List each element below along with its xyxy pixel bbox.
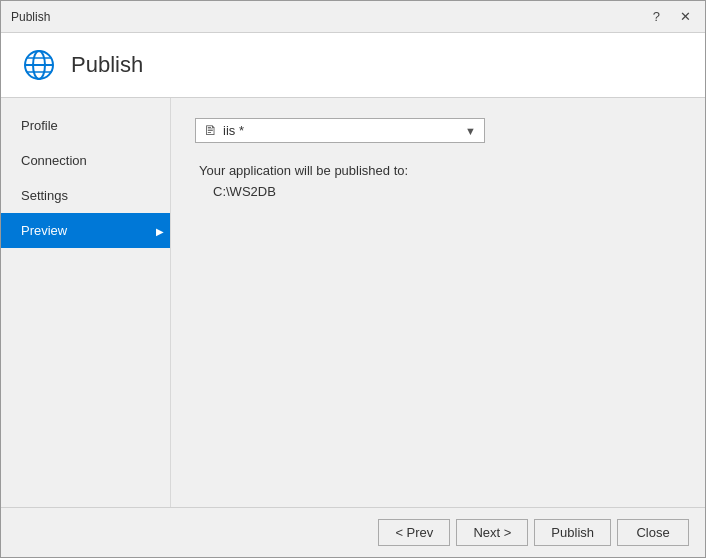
help-button[interactable]: ?: [649, 10, 664, 23]
header-title: Publish: [71, 52, 143, 78]
publish-info: Your application will be published to: C…: [199, 163, 681, 199]
dropdown-arrow-icon: ▼: [465, 125, 476, 137]
sidebar-item-connection-label: Connection: [21, 153, 87, 168]
sidebar-item-preview[interactable]: Preview: [1, 213, 170, 248]
profile-row: 🖹 iis * ▼: [195, 118, 681, 143]
publish-dialog: Publish ? ✕ Publish Profile Conne: [0, 0, 706, 558]
next-button[interactable]: Next >: [456, 519, 528, 546]
header-icon: [21, 47, 57, 83]
publish-path: C:\WS2DB: [213, 184, 681, 199]
title-bar-buttons: ? ✕: [649, 10, 695, 23]
publish-to-label: Your application will be published to:: [199, 163, 681, 178]
footer: < Prev Next > Publish Close: [1, 507, 705, 557]
content-area: Profile Connection Settings Preview 🖹 ii…: [1, 98, 705, 507]
dialog-title: Publish: [11, 10, 50, 24]
sidebar-item-connection[interactable]: Connection: [1, 143, 170, 178]
sidebar-item-settings[interactable]: Settings: [1, 178, 170, 213]
sidebar-item-settings-label: Settings: [21, 188, 68, 203]
sidebar: Profile Connection Settings Preview: [1, 98, 171, 507]
sidebar-item-preview-label: Preview: [21, 223, 67, 238]
prev-button[interactable]: < Prev: [378, 519, 450, 546]
close-button[interactable]: Close: [617, 519, 689, 546]
close-title-button[interactable]: ✕: [676, 10, 695, 23]
file-icon: 🖹: [204, 123, 217, 138]
title-bar-left: Publish: [11, 10, 50, 24]
publish-button[interactable]: Publish: [534, 519, 611, 546]
header: Publish: [1, 33, 705, 98]
profile-dropdown[interactable]: 🖹 iis * ▼: [195, 118, 485, 143]
main-panel: 🖹 iis * ▼ Your application will be publi…: [171, 98, 705, 507]
dropdown-inner: 🖹 iis *: [204, 123, 244, 138]
dropdown-value: iis *: [223, 123, 244, 138]
sidebar-item-profile[interactable]: Profile: [1, 108, 170, 143]
sidebar-item-profile-label: Profile: [21, 118, 58, 133]
title-bar: Publish ? ✕: [1, 1, 705, 33]
